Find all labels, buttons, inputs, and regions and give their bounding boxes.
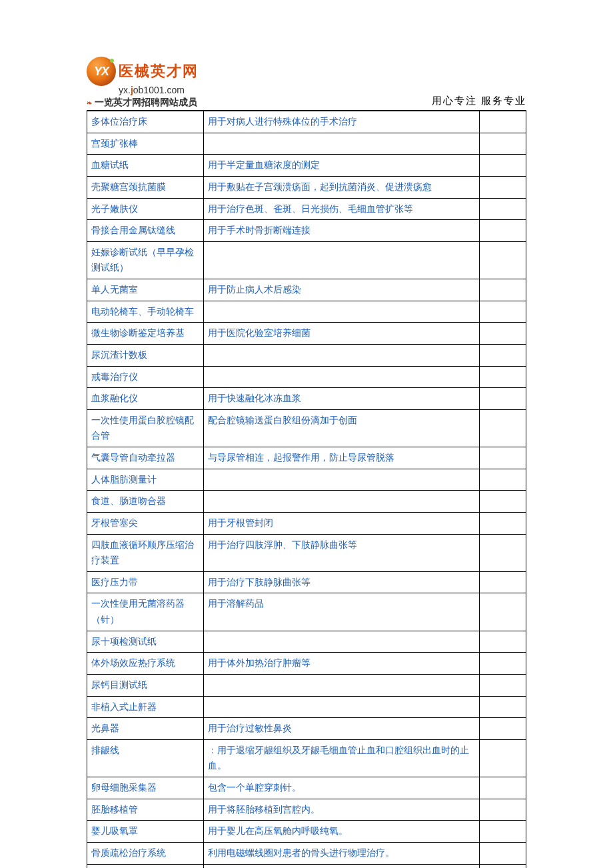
device-desc-cell xyxy=(204,469,480,491)
device-extra-cell xyxy=(480,241,526,279)
table-row: 尿钙目测试纸 xyxy=(87,674,526,696)
device-extra-cell xyxy=(480,447,526,469)
device-extra-cell xyxy=(480,864,526,868)
device-desc-cell: 用于婴儿在高压氧舱内呼吸纯氧。 xyxy=(204,821,480,843)
table-row: 一次性使用无菌溶药器（针）用于溶解药品 xyxy=(87,593,526,631)
device-desc-cell: 用于敷贴在子宫颈溃疡面，起到抗菌消炎、促进溃疡愈 xyxy=(204,176,480,198)
device-name-cell: 尿十项检测试纸 xyxy=(87,631,204,653)
table-row: 壳聚糖宫颈抗菌膜用于敷贴在子宫颈溃疡面，起到抗菌消炎、促进溃疡愈 xyxy=(87,176,526,198)
device-extra-cell xyxy=(480,718,526,740)
logo-subtext: 一览英才网招聘网站成员 xyxy=(95,97,197,109)
device-desc-cell: 与导尿管相连，起报警作用，防止导尿管脱落 xyxy=(204,447,480,469)
logo-row: 医械英才网 xyxy=(87,57,199,86)
device-extra-cell xyxy=(480,220,526,242)
device-name-cell: 壳聚糖宫颈抗菌膜 xyxy=(87,176,204,198)
device-name-cell: 气囊导管自动牵拉器 xyxy=(87,447,204,469)
table-row: 医疗压力带用于治疗下肢静脉曲张等 xyxy=(87,571,526,593)
device-desc-cell: 用于快速融化冰冻血浆 xyxy=(204,388,480,410)
device-extra-cell xyxy=(480,799,526,821)
table-row: 人体脂肪测量计 xyxy=(87,469,526,491)
logo-block: 医械英才网 yx.job1001.com ❧ 一览英才网招聘网站成员 xyxy=(87,57,199,109)
device-name-cell: 助眠器 xyxy=(87,864,204,868)
device-desc-cell: 用于牙根管封闭 xyxy=(204,512,480,534)
device-extra-cell xyxy=(480,366,526,388)
device-name-cell: 电动轮椅车、手动轮椅车 xyxy=(87,301,204,323)
url-rest: ob1001 xyxy=(133,85,165,95)
device-extra-cell xyxy=(480,821,526,843)
device-name-cell: 食道、肠道吻合器 xyxy=(87,491,204,513)
device-name-cell: 一次性使用无菌溶药器（针） xyxy=(87,593,204,631)
table-row: 光鼻器用于治疗过敏性鼻炎 xyxy=(87,718,526,740)
logo-text: 医械英才网 xyxy=(119,61,199,81)
device-name-cell: 非植入式止鼾器 xyxy=(87,696,204,718)
device-extra-cell xyxy=(480,653,526,675)
leaf-icon: ❧ xyxy=(87,99,92,107)
table-row: 尿十项检测试纸 xyxy=(87,631,526,653)
table-row: 牙根管塞尖用于牙根管封闭 xyxy=(87,512,526,534)
device-desc-cell: 用于体外加热治疗肿瘤等 xyxy=(204,653,480,675)
document-page: 医械英才网 yx.job1001.com ❧ 一览英才网招聘网站成员 用心专注 … xyxy=(0,0,613,868)
table-row: 婴儿吸氧罩用于婴儿在高压氧舱内呼吸纯氧。 xyxy=(87,821,526,843)
url-suffix: .com xyxy=(165,85,185,95)
device-name-cell: 宫颈扩张棒 xyxy=(87,133,204,155)
device-name-cell: 光鼻器 xyxy=(87,718,204,740)
device-desc-cell: 用于溶解药品 xyxy=(204,593,480,631)
device-desc-cell: 用于半定量血糖浓度的测定 xyxy=(204,155,480,177)
device-extra-cell xyxy=(480,344,526,366)
device-desc-cell: 配合腔镜输送蛋白胶组份滴加于创面 xyxy=(204,409,480,447)
device-desc-cell: 用于手术时骨折断端连接 xyxy=(204,220,480,242)
device-desc-cell: 利用电磁螺线圈对患者的骨头进行物理治疗。 xyxy=(204,842,480,864)
device-name-cell: 血浆融化仪 xyxy=(87,388,204,410)
device-name-cell: 多体位治疗床 xyxy=(87,111,204,133)
device-extra-cell xyxy=(480,512,526,534)
device-extra-cell xyxy=(480,777,526,799)
device-desc-cell xyxy=(204,674,480,696)
tagline: 用心专注 服务专业 xyxy=(432,95,526,107)
device-name-cell: 一次性使用蛋白胶腔镜配合管 xyxy=(87,409,204,447)
device-desc-cell xyxy=(204,344,480,366)
device-extra-cell xyxy=(480,842,526,864)
table-row: 妊娠诊断试纸（早早孕检测试纸） xyxy=(87,241,526,279)
device-extra-cell xyxy=(480,491,526,513)
device-name-cell: 妊娠诊断试纸（早早孕检测试纸） xyxy=(87,241,204,279)
table-row: 戒毒治疗仪 xyxy=(87,366,526,388)
device-name-cell: 骨质疏松治疗系统 xyxy=(87,842,204,864)
device-name-cell: 人体脂肪测量计 xyxy=(87,469,204,491)
device-extra-cell xyxy=(480,409,526,447)
table-row: 光子嫩肤仪用于治疗色斑、雀斑、日光损伤、毛细血管扩张等 xyxy=(87,198,526,220)
device-desc-cell: 用于防止病人术后感染 xyxy=(204,279,480,301)
device-desc-cell: 用于治疗过敏性鼻炎 xyxy=(204,718,480,740)
device-extra-cell xyxy=(480,198,526,220)
device-desc-cell: ：用于退缩牙龈组织及牙龈毛细血管止血和口腔组织出血时的止血。 xyxy=(204,739,480,777)
device-extra-cell xyxy=(480,323,526,345)
table-row: 助眠器用于帮助失眠患者入眠。 xyxy=(87,864,526,868)
device-desc-cell: 用于将胚胎移植到宫腔内。 xyxy=(204,799,480,821)
device-extra-cell xyxy=(480,176,526,198)
device-name-cell: 光子嫩肤仪 xyxy=(87,198,204,220)
table-row: 血浆融化仪用于快速融化冰冻血浆 xyxy=(87,388,526,410)
device-extra-cell xyxy=(480,301,526,323)
device-desc-cell xyxy=(204,241,480,279)
table-row: 微生物诊断鉴定培养基用于医院化验室培养细菌 xyxy=(87,323,526,345)
device-name-cell: 戒毒治疗仪 xyxy=(87,366,204,388)
device-desc-cell xyxy=(204,301,480,323)
device-name-cell: 尿沉渣计数板 xyxy=(87,344,204,366)
device-desc-cell: 用于治疗四肢浮肿、下肢静脉曲张等 xyxy=(204,534,480,571)
table-row: 骨质疏松治疗系统利用电磁螺线圈对患者的骨头进行物理治疗。 xyxy=(87,842,526,864)
device-extra-cell xyxy=(480,631,526,653)
device-extra-cell xyxy=(480,155,526,177)
table-row: 气囊导管自动牵拉器与导尿管相连，起报警作用，防止导尿管脱落 xyxy=(87,447,526,469)
table-row: 单人无菌室用于防止病人术后感染 xyxy=(87,279,526,301)
table-row: 骨接合用金属钛缝线用于手术时骨折断端连接 xyxy=(87,220,526,242)
device-desc-cell: 用于对病人进行特殊体位的手术治疗 xyxy=(204,111,480,133)
table-row: 尿沉渣计数板 xyxy=(87,344,526,366)
table-row: 非植入式止鼾器 xyxy=(87,696,526,718)
device-extra-cell xyxy=(480,674,526,696)
device-name-cell: 排龈线 xyxy=(87,739,204,777)
device-desc-cell xyxy=(204,696,480,718)
device-desc-cell: 用于帮助失眠患者入眠。 xyxy=(204,864,480,868)
device-name-cell: 单人无菌室 xyxy=(87,279,204,301)
device-desc-cell: 用于治疗下肢静脉曲张等 xyxy=(204,571,480,593)
device-extra-cell xyxy=(480,279,526,301)
table-row: 一次性使用蛋白胶腔镜配合管配合腔镜输送蛋白胶组份滴加于创面 xyxy=(87,409,526,447)
